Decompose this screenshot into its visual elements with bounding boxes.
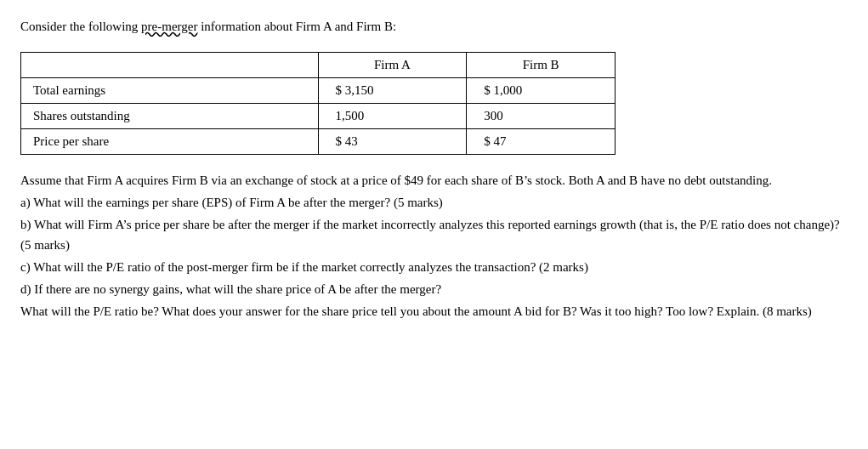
- row-shares-outstanding-firma: 1,500: [318, 103, 467, 128]
- table-row: Shares outstanding 1,500 300: [21, 103, 616, 128]
- row-total-earnings-label: Total earnings: [21, 77, 319, 103]
- question-d2: What will the P/E ratio be? What does yo…: [20, 301, 845, 321]
- intro-span2: information about Firm A and Firm B:: [197, 20, 396, 33]
- question-c: c) What will the P/E ratio of the post-m…: [20, 257, 845, 277]
- row-total-earnings-firma: $ 3,150: [318, 77, 467, 103]
- question-b: b) What will Firm A’s price per share be…: [20, 214, 845, 255]
- firm-comparison-table: Firm A Firm B Total earnings $ 3,150 $ 1…: [20, 52, 616, 155]
- pre-merger-underline: pre-merger: [141, 20, 197, 33]
- row-shares-outstanding-firmb: 300: [467, 103, 616, 128]
- row-price-per-share-firma: $ 43: [318, 128, 467, 154]
- question-d1: d) If there are no synergy gains, what w…: [20, 279, 845, 299]
- table-header-label: [21, 52, 319, 77]
- question-a: a) What will the earnings per share (EPS…: [20, 192, 845, 213]
- table-header-firmb: Firm B: [467, 52, 616, 77]
- table-row: Price per share $ 43 $ 47: [21, 128, 616, 154]
- intro-span: Consider the following: [20, 20, 141, 33]
- table-header-row: Firm A Firm B: [21, 52, 616, 77]
- table-header-firma: Firm A: [318, 52, 467, 77]
- row-shares-outstanding-label: Shares outstanding: [21, 103, 319, 128]
- row-price-per-share-firmb: $ 47: [467, 128, 616, 154]
- assumption-text: Assume that Firm A acquires Firm B via a…: [20, 170, 845, 190]
- table-row: Total earnings $ 3,150 $ 1,000: [21, 77, 616, 103]
- intro-text: Consider the following pre-merger inform…: [20, 17, 848, 37]
- body-text: Assume that Firm A acquires Firm B via a…: [20, 170, 845, 321]
- row-total-earnings-firmb: $ 1,000: [467, 77, 616, 103]
- row-price-per-share-label: Price per share: [21, 128, 319, 154]
